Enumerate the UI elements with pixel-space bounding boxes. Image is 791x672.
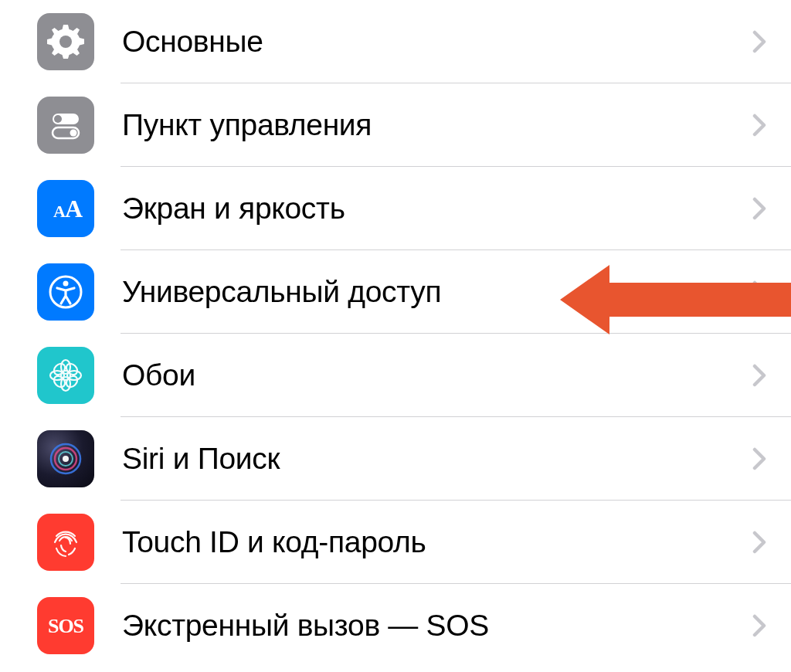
svg-text:A: A [53,202,66,221]
row-touch-id-label: Touch ID и код-пароль [122,525,752,559]
row-control-center-label: Пункт управления [122,108,752,142]
row-accessibility[interactable]: Универсальный доступ [0,250,791,334]
accessibility-icon [37,263,94,321]
chevron-right-icon [752,614,766,637]
text-size-icon: A A [37,180,94,237]
svg-point-21 [63,456,69,462]
row-accessibility-label: Универсальный доступ [122,275,752,309]
svg-text:SOS: SOS [48,615,84,637]
row-general[interactable]: Основные [0,0,791,83]
svg-point-4 [70,130,77,137]
chevron-right-icon [752,197,766,220]
svg-text:A: A [65,195,83,222]
row-emergency-sos-label: Экстренный вызов — SOS [122,609,752,643]
chevron-right-icon [752,280,766,304]
chevron-right-icon [752,447,766,470]
row-emergency-sos[interactable]: SOS Экстренный вызов — SOS [0,584,791,667]
gear-icon [37,13,94,70]
settings-list: Основные Пункт управления A [0,0,791,667]
chevron-right-icon [752,114,766,137]
sos-icon: SOS [37,597,94,654]
chevron-right-icon [752,531,766,554]
row-general-label: Основные [122,25,752,59]
row-wallpaper[interactable]: Обои [0,334,791,417]
siri-icon [37,430,94,487]
svg-point-8 [63,281,69,287]
wallpaper-icon [37,347,94,404]
row-display-label: Экран и яркость [122,192,752,226]
row-display[interactable]: A A Экран и яркость [0,167,791,250]
row-wallpaper-label: Обои [122,358,752,392]
svg-point-0 [59,36,72,48]
svg-point-2 [54,115,62,123]
chevron-right-icon [752,30,766,53]
chevron-right-icon [752,364,766,387]
row-control-center[interactable]: Пункт управления [0,83,791,167]
row-siri-label: Siri и Поиск [122,442,752,476]
fingerprint-icon [37,514,94,571]
row-siri[interactable]: Siri и Поиск [0,417,791,501]
row-touch-id[interactable]: Touch ID и код-пароль [0,501,791,584]
toggles-icon [37,97,94,154]
